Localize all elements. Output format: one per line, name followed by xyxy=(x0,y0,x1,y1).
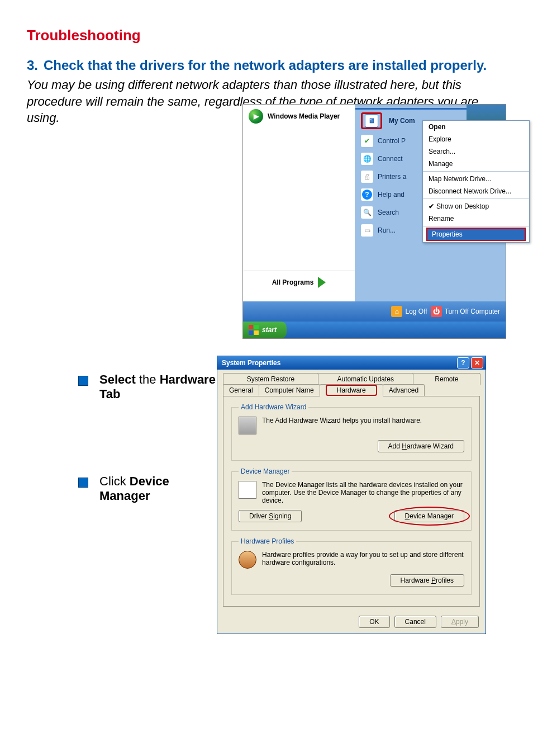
page-title: Troubleshooting xyxy=(27,27,506,44)
window-title: System Properties xyxy=(222,359,280,367)
group-hardware-profiles: Hardware Profiles Hardware profiles prov… xyxy=(231,537,472,595)
hardware-profiles-button[interactable]: Hardware Profiles xyxy=(390,574,464,587)
titlebar-close-button[interactable]: ✕ xyxy=(471,357,483,368)
step-title: Check that the drivers for the network a… xyxy=(44,58,487,73)
ctx-disconnect-drive[interactable]: Disconnect Network Drive... xyxy=(423,185,529,197)
run-icon: ▭ xyxy=(361,224,373,237)
bullet-click-device-manager: Click Device Manager xyxy=(78,474,217,503)
bullet-icon xyxy=(78,478,88,488)
screenshot-system-properties: System Properties ? ✕ System Restore Aut… xyxy=(217,356,486,634)
connect-label: Connect xyxy=(378,155,403,163)
add-hardware-text: The Add Hardware Wizard helps you instal… xyxy=(262,417,422,434)
ctx-search[interactable]: Search... xyxy=(423,145,529,158)
power-icon: ⏻ xyxy=(431,306,442,317)
step-number: 3. xyxy=(27,58,44,73)
device-manager-icon xyxy=(239,481,256,499)
driver-signing-button[interactable]: Driver Signing xyxy=(239,510,302,522)
legend-hardware-profiles: Hardware Profiles xyxy=(239,537,296,545)
titlebar: System Properties ? ✕ xyxy=(217,356,486,370)
legend-add-hardware: Add Hardware Wizard xyxy=(239,403,308,411)
printers-label: Printers a xyxy=(378,173,406,181)
run-label: Run... xyxy=(378,226,396,234)
ctx-explore[interactable]: Explore xyxy=(423,133,529,145)
tab-general[interactable]: General xyxy=(223,384,259,396)
tab-hardware[interactable]: Hardware xyxy=(320,384,383,396)
all-programs-label: All Programs xyxy=(272,278,314,286)
tab-panel-hardware: Add Hardware Wizard The Add Hardware Wiz… xyxy=(223,396,480,607)
hardware-profiles-icon xyxy=(239,551,256,569)
bullet2-text: Click Device Manager xyxy=(99,474,217,503)
start-item-wmp[interactable]: ▶ Windows Media Player xyxy=(243,105,355,128)
control-panel-icon: ✔ xyxy=(361,135,373,147)
tab-system-restore[interactable]: System Restore xyxy=(223,373,318,385)
device-manager-button[interactable]: Device Manager xyxy=(394,510,464,522)
hardware-profiles-text: Hardware profiles provide a way for you … xyxy=(262,551,464,569)
triangle-right-icon xyxy=(318,277,326,288)
start-label: start xyxy=(262,326,277,334)
search-icon: 🔍 xyxy=(361,206,373,219)
wmp-label: Windows Media Player xyxy=(268,112,340,120)
step-heading: 3. Check that the drivers for the networ… xyxy=(27,58,506,73)
play-icon: ▶ xyxy=(249,109,263,124)
turnoff-label: Turn Off Computer xyxy=(445,308,500,315)
tab-remote[interactable]: Remote xyxy=(413,373,480,385)
ctx-manage[interactable]: Manage xyxy=(423,158,529,170)
taskbar: start xyxy=(243,322,506,338)
ctx-properties[interactable]: Properties xyxy=(426,228,526,241)
legend-device-manager: Device Manager xyxy=(239,467,292,475)
help-label: Help and xyxy=(378,191,404,199)
bullet1-text: Select the Hardware Tab xyxy=(99,372,217,401)
ctx-rename[interactable]: Rename xyxy=(423,212,529,225)
ctx-separator xyxy=(423,171,529,172)
bullet-icon xyxy=(78,376,88,386)
group-device-manager: Device Manager The Device Manager lists … xyxy=(231,467,472,531)
my-computer-label: My Com xyxy=(389,117,415,125)
help-icon: ? xyxy=(361,188,373,201)
hardware-wizard-icon xyxy=(239,417,256,434)
ctx-separator xyxy=(423,226,529,226)
printer-icon: 🖨 xyxy=(361,171,373,183)
tab-computer-name[interactable]: Computer Name xyxy=(259,384,320,396)
start-all-programs[interactable]: All Programs xyxy=(243,271,355,294)
windows-flag-icon xyxy=(249,325,259,335)
dialog-buttons: OK Cancel Apply xyxy=(217,612,486,634)
logoff-label: Log Off xyxy=(405,308,427,315)
ok-button[interactable]: OK xyxy=(359,616,389,628)
tab-automatic-updates[interactable]: Automatic Updates xyxy=(318,373,413,385)
screenshot-start-menu: ▶ Windows Media Player All Programs 🖥 My… xyxy=(242,104,506,339)
tab-advanced[interactable]: Advanced xyxy=(383,384,425,396)
search-label: Search xyxy=(378,209,399,216)
add-hardware-wizard-button[interactable]: Add Hardware Wizard xyxy=(378,440,464,452)
highlight-mycomputer: 🖥 xyxy=(361,112,382,129)
cancel-button[interactable]: Cancel xyxy=(394,616,436,628)
globe-icon: 🌐 xyxy=(361,153,373,165)
ctx-separator xyxy=(423,199,529,199)
check-icon: ✔ xyxy=(429,202,434,210)
ctx-map-drive[interactable]: Map Network Drive... xyxy=(423,173,529,185)
ctx-open[interactable]: Open xyxy=(423,121,529,133)
logoff-bar: ⌂ Log Off ⏻ Turn Off Computer xyxy=(243,301,506,322)
context-menu: Open Explore Search... Manage Map Networ… xyxy=(422,120,530,243)
device-manager-text: The Device Manager lists all the hardwar… xyxy=(262,481,464,504)
control-panel-label: Control P xyxy=(378,137,406,145)
logoff-icon: ⌂ xyxy=(391,306,402,317)
bullet-select-hardware: Select the Hardware Tab xyxy=(78,372,217,401)
highlight-hardware-tab: Hardware xyxy=(326,385,377,396)
titlebar-help-button[interactable]: ? xyxy=(457,357,469,368)
start-button[interactable]: start xyxy=(243,322,287,338)
turnoff-button[interactable]: ⏻ Turn Off Computer xyxy=(431,306,500,317)
logoff-button[interactable]: ⌂ Log Off xyxy=(391,306,427,317)
apply-button[interactable]: Apply xyxy=(441,616,479,628)
monitor-icon: 🖥 xyxy=(365,114,378,127)
ctx-show-desktop[interactable]: ✔Show on Desktop xyxy=(423,200,529,212)
highlight-device-manager: Device Manager xyxy=(394,510,464,522)
group-add-hardware-wizard: Add Hardware Wizard The Add Hardware Wiz… xyxy=(231,403,472,461)
